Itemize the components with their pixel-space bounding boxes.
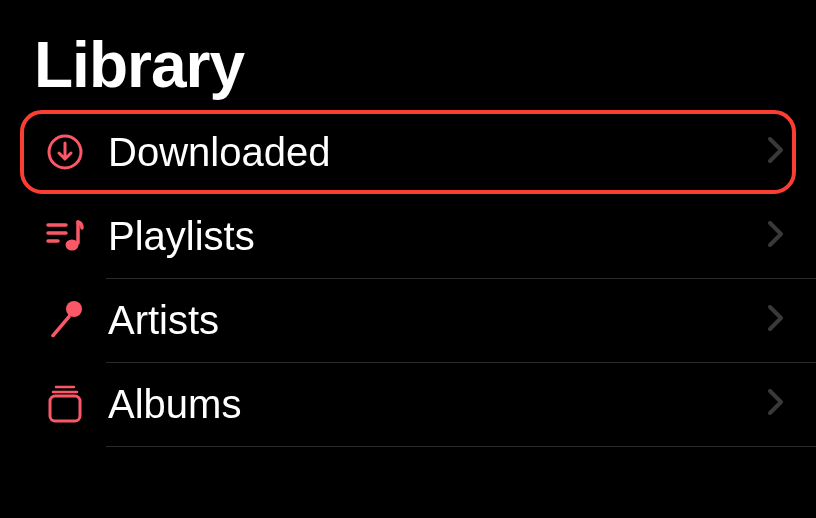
download-icon bbox=[44, 131, 86, 173]
svg-rect-8 bbox=[50, 396, 80, 421]
list-item-label: Downloaded bbox=[108, 130, 768, 175]
chevron-right-icon bbox=[768, 137, 784, 167]
page-title: Library bbox=[0, 0, 816, 110]
albums-icon bbox=[44, 383, 86, 425]
svg-point-5 bbox=[66, 301, 82, 317]
divider bbox=[106, 446, 816, 447]
chevron-right-icon bbox=[768, 221, 784, 251]
chevron-right-icon bbox=[768, 389, 784, 419]
playlist-icon bbox=[44, 215, 86, 257]
list-item-label: Albums bbox=[108, 382, 768, 427]
list-item-artists[interactable]: Artists bbox=[20, 278, 796, 362]
list-item-playlists[interactable]: Playlists bbox=[20, 194, 796, 278]
list-item-downloaded[interactable]: Downloaded bbox=[20, 110, 796, 194]
list-item-label: Artists bbox=[108, 298, 768, 343]
chevron-right-icon bbox=[768, 305, 784, 335]
microphone-icon bbox=[44, 299, 86, 341]
list-item-albums[interactable]: Albums bbox=[20, 362, 796, 446]
library-list: Downloaded Playlists bbox=[0, 110, 816, 446]
list-item-label: Playlists bbox=[108, 214, 768, 259]
svg-point-4 bbox=[66, 240, 79, 251]
